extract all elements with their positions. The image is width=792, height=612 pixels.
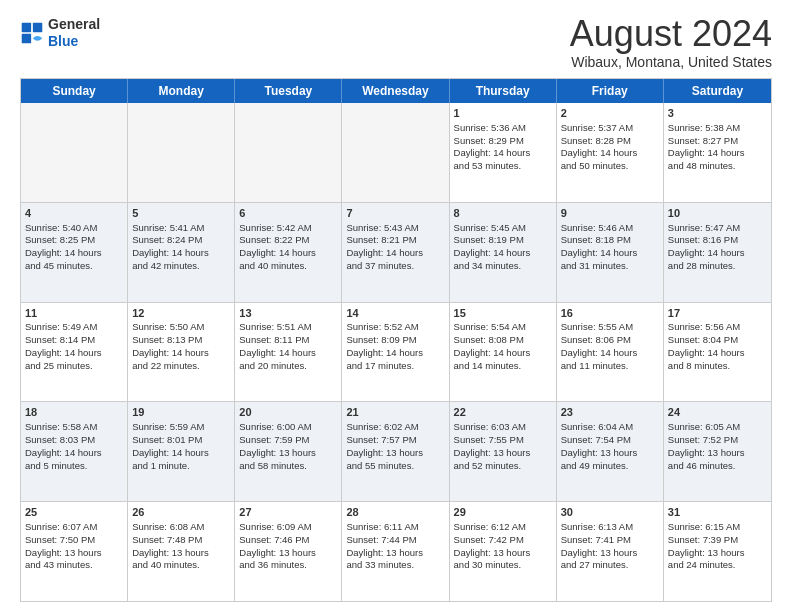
day-info: Daylight: 13 hours xyxy=(132,547,230,560)
day-info: Daylight: 13 hours xyxy=(454,547,552,560)
day-info: Sunrise: 5:41 AM xyxy=(132,222,230,235)
calendar-cell: 14Sunrise: 5:52 AMSunset: 8:09 PMDayligh… xyxy=(342,303,449,402)
day-info: and 11 minutes. xyxy=(561,360,659,373)
day-info: Sunset: 8:27 PM xyxy=(668,135,767,148)
calendar-cell: 17Sunrise: 5:56 AMSunset: 8:04 PMDayligh… xyxy=(664,303,771,402)
calendar-cell: 5Sunrise: 5:41 AMSunset: 8:24 PMDaylight… xyxy=(128,203,235,302)
calendar-page: General Blue August 2024 Wibaux, Montana… xyxy=(0,0,792,612)
day-number: 20 xyxy=(239,405,337,420)
calendar-cell: 20Sunrise: 6:00 AMSunset: 7:59 PMDayligh… xyxy=(235,402,342,501)
day-info: Daylight: 14 hours xyxy=(346,247,444,260)
day-info: Sunset: 8:06 PM xyxy=(561,334,659,347)
day-info: Sunset: 8:09 PM xyxy=(346,334,444,347)
day-info: Sunset: 8:13 PM xyxy=(132,334,230,347)
day-info: and 42 minutes. xyxy=(132,260,230,273)
weekday-header: Friday xyxy=(557,79,664,103)
day-info: Sunset: 7:41 PM xyxy=(561,534,659,547)
page-header: General Blue August 2024 Wibaux, Montana… xyxy=(20,16,772,70)
day-info: Sunset: 7:48 PM xyxy=(132,534,230,547)
day-number: 11 xyxy=(25,306,123,321)
day-info: Sunset: 8:22 PM xyxy=(239,234,337,247)
empty-cell xyxy=(128,103,235,202)
calendar-cell: 2Sunrise: 5:37 AMSunset: 8:28 PMDaylight… xyxy=(557,103,664,202)
day-info: Sunrise: 6:08 AM xyxy=(132,521,230,534)
day-info: Daylight: 14 hours xyxy=(132,347,230,360)
day-info: Daylight: 13 hours xyxy=(25,547,123,560)
day-info: Sunset: 8:14 PM xyxy=(25,334,123,347)
day-info: Daylight: 14 hours xyxy=(25,247,123,260)
day-info: Sunset: 8:11 PM xyxy=(239,334,337,347)
day-info: and 36 minutes. xyxy=(239,559,337,572)
day-info: and 22 minutes. xyxy=(132,360,230,373)
day-number: 16 xyxy=(561,306,659,321)
day-number: 8 xyxy=(454,206,552,221)
day-info: Sunset: 7:59 PM xyxy=(239,434,337,447)
day-info: and 25 minutes. xyxy=(25,360,123,373)
weekday-header: Thursday xyxy=(450,79,557,103)
calendar-cell: 28Sunrise: 6:11 AMSunset: 7:44 PMDayligh… xyxy=(342,502,449,601)
logo-text: General Blue xyxy=(48,16,100,50)
day-info: Sunrise: 6:00 AM xyxy=(239,421,337,434)
day-number: 12 xyxy=(132,306,230,321)
day-info: Sunrise: 5:47 AM xyxy=(668,222,767,235)
day-info: Sunset: 8:08 PM xyxy=(454,334,552,347)
day-info: Daylight: 13 hours xyxy=(668,447,767,460)
day-info: Daylight: 14 hours xyxy=(454,147,552,160)
day-info: and 20 minutes. xyxy=(239,360,337,373)
day-info: Sunrise: 6:13 AM xyxy=(561,521,659,534)
calendar-cell: 27Sunrise: 6:09 AMSunset: 7:46 PMDayligh… xyxy=(235,502,342,601)
day-info: Daylight: 14 hours xyxy=(561,247,659,260)
day-info: Daylight: 13 hours xyxy=(668,547,767,560)
location-subtitle: Wibaux, Montana, United States xyxy=(570,54,772,70)
month-title: August 2024 xyxy=(570,16,772,52)
day-info: and 37 minutes. xyxy=(346,260,444,273)
day-info: Sunrise: 5:55 AM xyxy=(561,321,659,334)
day-info: Sunrise: 5:37 AM xyxy=(561,122,659,135)
day-info: Daylight: 13 hours xyxy=(454,447,552,460)
day-info: Sunset: 8:25 PM xyxy=(25,234,123,247)
day-info: and 46 minutes. xyxy=(668,460,767,473)
day-info: Daylight: 13 hours xyxy=(561,547,659,560)
calendar-cell: 19Sunrise: 5:59 AMSunset: 8:01 PMDayligh… xyxy=(128,402,235,501)
day-info: Sunset: 7:57 PM xyxy=(346,434,444,447)
svg-rect-0 xyxy=(22,23,31,32)
day-info: Sunrise: 5:36 AM xyxy=(454,122,552,135)
day-info: Daylight: 14 hours xyxy=(454,347,552,360)
day-number: 1 xyxy=(454,106,552,121)
title-block: August 2024 Wibaux, Montana, United Stat… xyxy=(570,16,772,70)
day-number: 26 xyxy=(132,505,230,520)
day-number: 10 xyxy=(668,206,767,221)
day-number: 27 xyxy=(239,505,337,520)
day-info: Sunrise: 5:58 AM xyxy=(25,421,123,434)
day-number: 14 xyxy=(346,306,444,321)
calendar-header: SundayMondayTuesdayWednesdayThursdayFrid… xyxy=(21,79,771,103)
day-info: Sunset: 8:21 PM xyxy=(346,234,444,247)
day-info: Sunrise: 6:03 AM xyxy=(454,421,552,434)
day-info: and 45 minutes. xyxy=(25,260,123,273)
day-number: 5 xyxy=(132,206,230,221)
day-info: Sunrise: 6:07 AM xyxy=(25,521,123,534)
day-info: and 40 minutes. xyxy=(132,559,230,572)
logo: General Blue xyxy=(20,16,100,50)
day-info: and 27 minutes. xyxy=(561,559,659,572)
logo-icon xyxy=(20,21,44,45)
day-info: Sunset: 8:04 PM xyxy=(668,334,767,347)
day-info: Sunset: 8:03 PM xyxy=(25,434,123,447)
calendar-cell: 8Sunrise: 5:45 AMSunset: 8:19 PMDaylight… xyxy=(450,203,557,302)
calendar-cell: 9Sunrise: 5:46 AMSunset: 8:18 PMDaylight… xyxy=(557,203,664,302)
day-info: Sunset: 7:50 PM xyxy=(25,534,123,547)
day-info: Sunrise: 5:52 AM xyxy=(346,321,444,334)
day-number: 23 xyxy=(561,405,659,420)
day-info: Sunset: 8:29 PM xyxy=(454,135,552,148)
calendar-cell: 15Sunrise: 5:54 AMSunset: 8:08 PMDayligh… xyxy=(450,303,557,402)
calendar-cell: 6Sunrise: 5:42 AMSunset: 8:22 PMDaylight… xyxy=(235,203,342,302)
day-info: Sunrise: 6:15 AM xyxy=(668,521,767,534)
day-info: and 43 minutes. xyxy=(25,559,123,572)
day-info: Sunset: 8:01 PM xyxy=(132,434,230,447)
day-info: Daylight: 13 hours xyxy=(561,447,659,460)
day-info: and 34 minutes. xyxy=(454,260,552,273)
calendar-cell: 22Sunrise: 6:03 AMSunset: 7:55 PMDayligh… xyxy=(450,402,557,501)
day-info: Sunrise: 6:04 AM xyxy=(561,421,659,434)
day-number: 6 xyxy=(239,206,337,221)
weekday-header: Wednesday xyxy=(342,79,449,103)
